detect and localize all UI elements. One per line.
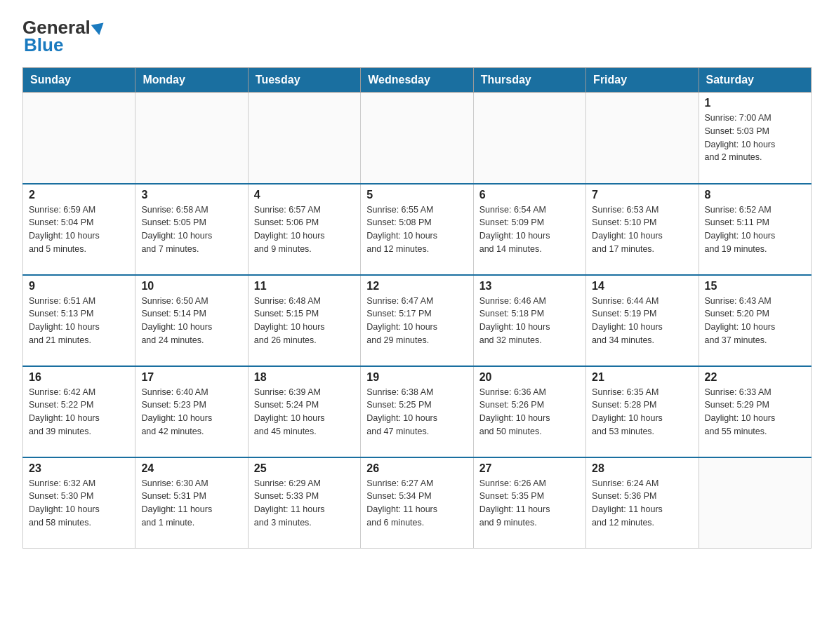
calendar-day-cell: 20Sunrise: 6:36 AM Sunset: 5:26 PM Dayli… [473, 366, 585, 457]
day-number: 10 [141, 280, 241, 293]
calendar-table: SundayMondayTuesdayWednesdayThursdayFrid… [22, 67, 812, 549]
calendar-day-cell: 2Sunrise: 6:59 AM Sunset: 5:04 PM Daylig… [23, 184, 135, 275]
calendar-day-cell: 12Sunrise: 6:47 AM Sunset: 5:17 PM Dayli… [361, 275, 473, 366]
day-info: Sunrise: 6:57 AM Sunset: 5:06 PM Dayligh… [254, 203, 355, 256]
calendar-day-cell: 6Sunrise: 6:54 AM Sunset: 5:09 PM Daylig… [473, 184, 585, 275]
day-info: Sunrise: 6:32 AM Sunset: 5:30 PM Dayligh… [29, 477, 129, 530]
day-info: Sunrise: 6:26 AM Sunset: 5:35 PM Dayligh… [479, 477, 580, 530]
day-number: 24 [141, 462, 241, 475]
logo: General Blue [22, 17, 106, 56]
calendar-day-cell: 17Sunrise: 6:40 AM Sunset: 5:23 PM Dayli… [135, 366, 248, 457]
calendar-day-cell: 22Sunrise: 6:33 AM Sunset: 5:29 PM Dayli… [699, 366, 811, 457]
day-info: Sunrise: 6:27 AM Sunset: 5:34 PM Dayligh… [366, 477, 467, 530]
calendar-day-cell [473, 93, 585, 184]
calendar-day-cell: 5Sunrise: 6:55 AM Sunset: 5:08 PM Daylig… [361, 184, 473, 275]
calendar-week-row: 9Sunrise: 6:51 AM Sunset: 5:13 PM Daylig… [23, 275, 812, 366]
calendar-day-cell [135, 93, 248, 184]
calendar-day-cell: 23Sunrise: 6:32 AM Sunset: 5:30 PM Dayli… [23, 457, 135, 549]
day-number: 21 [592, 371, 692, 384]
day-number: 26 [366, 462, 467, 475]
day-number: 17 [141, 371, 241, 384]
day-number: 16 [29, 371, 129, 384]
calendar-day-cell: 25Sunrise: 6:29 AM Sunset: 5:33 PM Dayli… [248, 457, 360, 549]
day-number: 2 [29, 189, 129, 201]
day-number: 27 [479, 462, 580, 475]
day-number: 22 [705, 371, 805, 384]
day-info: Sunrise: 6:30 AM Sunset: 5:31 PM Dayligh… [141, 477, 241, 530]
calendar-day-cell: 21Sunrise: 6:35 AM Sunset: 5:28 PM Dayli… [586, 366, 699, 457]
day-number: 6 [479, 189, 580, 201]
day-info: Sunrise: 6:33 AM Sunset: 5:29 PM Dayligh… [705, 386, 805, 438]
day-number: 14 [592, 280, 692, 293]
day-number: 15 [705, 280, 805, 293]
calendar-day-cell: 9Sunrise: 6:51 AM Sunset: 5:13 PM Daylig… [23, 275, 135, 366]
day-info: Sunrise: 6:46 AM Sunset: 5:18 PM Dayligh… [479, 295, 580, 347]
calendar-day-cell: 1Sunrise: 7:00 AM Sunset: 5:03 PM Daylig… [699, 93, 811, 184]
calendar-day-cell: 10Sunrise: 6:50 AM Sunset: 5:14 PM Dayli… [135, 275, 248, 366]
calendar-day-cell: 26Sunrise: 6:27 AM Sunset: 5:34 PM Dayli… [361, 457, 473, 549]
calendar-week-row: 2Sunrise: 6:59 AM Sunset: 5:04 PM Daylig… [23, 184, 812, 275]
day-info: Sunrise: 6:59 AM Sunset: 5:04 PM Dayligh… [29, 203, 129, 256]
day-number: 12 [366, 280, 467, 293]
calendar-day-cell: 14Sunrise: 6:44 AM Sunset: 5:19 PM Dayli… [586, 275, 699, 366]
calendar-day-cell: 8Sunrise: 6:52 AM Sunset: 5:11 PM Daylig… [699, 184, 811, 275]
day-info: Sunrise: 6:50 AM Sunset: 5:14 PM Dayligh… [141, 295, 241, 347]
day-number: 19 [366, 371, 467, 384]
day-info: Sunrise: 6:48 AM Sunset: 5:15 PM Dayligh… [254, 295, 355, 347]
calendar-header-row: SundayMondayTuesdayWednesdayThursdayFrid… [23, 68, 812, 93]
day-number: 25 [254, 462, 355, 475]
calendar-day-cell [361, 93, 473, 184]
day-number: 7 [592, 189, 692, 201]
day-number: 11 [254, 280, 355, 293]
day-number: 1 [705, 97, 805, 109]
day-info: Sunrise: 6:47 AM Sunset: 5:17 PM Dayligh… [366, 295, 467, 347]
calendar-day-cell [699, 457, 811, 549]
day-info: Sunrise: 6:38 AM Sunset: 5:25 PM Dayligh… [366, 386, 467, 438]
logo-blue-text: Blue [24, 34, 63, 55]
day-number: 3 [141, 189, 241, 201]
calendar-day-cell: 13Sunrise: 6:46 AM Sunset: 5:18 PM Dayli… [473, 275, 585, 366]
calendar-day-cell: 11Sunrise: 6:48 AM Sunset: 5:15 PM Dayli… [248, 275, 360, 366]
day-info: Sunrise: 6:58 AM Sunset: 5:05 PM Dayligh… [141, 203, 241, 256]
day-info: Sunrise: 6:55 AM Sunset: 5:08 PM Dayligh… [366, 203, 467, 256]
calendar-day-cell: 4Sunrise: 6:57 AM Sunset: 5:06 PM Daylig… [248, 184, 360, 275]
day-number: 18 [254, 371, 355, 384]
calendar-day-header: Tuesday [248, 68, 360, 93]
calendar-day-cell: 3Sunrise: 6:58 AM Sunset: 5:05 PM Daylig… [135, 184, 248, 275]
page-header: General Blue [22, 17, 812, 56]
day-number: 9 [29, 280, 129, 293]
calendar-day-cell [586, 93, 699, 184]
logo-triangle-icon [91, 22, 106, 36]
calendar-day-header: Wednesday [361, 68, 473, 93]
day-info: Sunrise: 6:44 AM Sunset: 5:19 PM Dayligh… [592, 295, 692, 347]
day-info: Sunrise: 6:42 AM Sunset: 5:22 PM Dayligh… [29, 386, 129, 438]
day-info: Sunrise: 6:43 AM Sunset: 5:20 PM Dayligh… [705, 295, 805, 347]
calendar-day-cell: 18Sunrise: 6:39 AM Sunset: 5:24 PM Dayli… [248, 366, 360, 457]
calendar-week-row: 23Sunrise: 6:32 AM Sunset: 5:30 PM Dayli… [23, 457, 812, 549]
day-number: 4 [254, 189, 355, 201]
day-info: Sunrise: 6:39 AM Sunset: 5:24 PM Dayligh… [254, 386, 355, 438]
day-info: Sunrise: 7:00 AM Sunset: 5:03 PM Dayligh… [705, 112, 805, 164]
calendar-day-header: Thursday [473, 68, 585, 93]
day-number: 8 [705, 189, 805, 201]
calendar-day-cell: 7Sunrise: 6:53 AM Sunset: 5:10 PM Daylig… [586, 184, 699, 275]
calendar-week-row: 16Sunrise: 6:42 AM Sunset: 5:22 PM Dayli… [23, 366, 812, 457]
calendar-day-cell [23, 93, 135, 184]
calendar-day-cell: 16Sunrise: 6:42 AM Sunset: 5:22 PM Dayli… [23, 366, 135, 457]
day-info: Sunrise: 6:54 AM Sunset: 5:09 PM Dayligh… [479, 203, 580, 256]
day-info: Sunrise: 6:40 AM Sunset: 5:23 PM Dayligh… [141, 386, 241, 438]
calendar-day-cell: 27Sunrise: 6:26 AM Sunset: 5:35 PM Dayli… [473, 457, 585, 549]
calendar-day-header: Saturday [699, 68, 811, 93]
day-info: Sunrise: 6:24 AM Sunset: 5:36 PM Dayligh… [592, 477, 692, 530]
day-info: Sunrise: 6:51 AM Sunset: 5:13 PM Dayligh… [29, 295, 129, 347]
calendar-day-header: Sunday [23, 68, 135, 93]
calendar-week-row: 1Sunrise: 7:00 AM Sunset: 5:03 PM Daylig… [23, 93, 812, 184]
day-info: Sunrise: 6:52 AM Sunset: 5:11 PM Dayligh… [705, 203, 805, 256]
calendar-day-header: Monday [135, 68, 248, 93]
calendar-day-cell: 19Sunrise: 6:38 AM Sunset: 5:25 PM Dayli… [361, 366, 473, 457]
day-number: 5 [366, 189, 467, 201]
day-number: 20 [479, 371, 580, 384]
calendar-day-cell: 28Sunrise: 6:24 AM Sunset: 5:36 PM Dayli… [586, 457, 699, 549]
day-number: 28 [592, 462, 692, 475]
calendar-day-cell [248, 93, 360, 184]
